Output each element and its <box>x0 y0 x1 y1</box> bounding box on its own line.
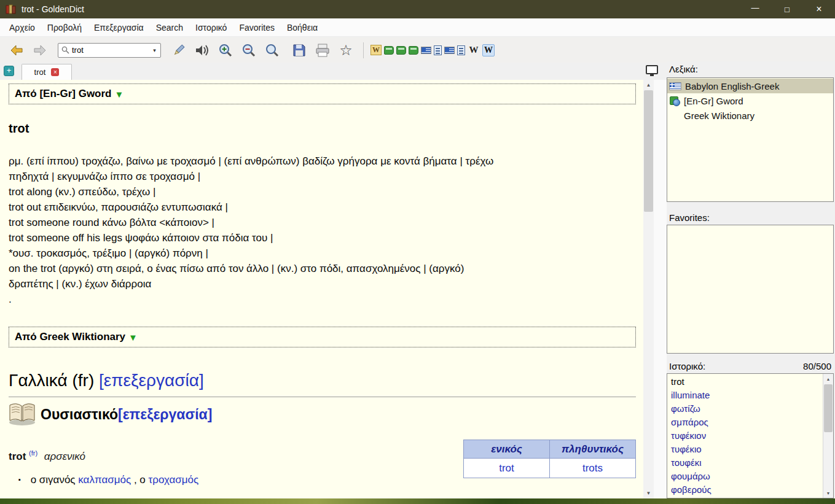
sense-link-trochasmos[interactable]: τροχασμός <box>149 474 199 486</box>
titlebar: trot - GoldenDict — □ × <box>0 0 835 18</box>
dictbar-blue-page-icon-1[interactable] <box>434 45 442 55</box>
dictbar-blue-page-icon-2[interactable] <box>457 45 465 55</box>
search-dropdown-button[interactable]: ▾ <box>150 44 159 56</box>
zoom-in-icon <box>218 43 233 58</box>
app-book-icon[interactable] <box>6 4 17 14</box>
search-combo: ▾ <box>58 43 161 58</box>
forward-button[interactable] <box>29 41 50 60</box>
scan-popup-button[interactable] <box>168 41 189 60</box>
search-input[interactable] <box>72 45 147 55</box>
zoom-out-button[interactable] <box>238 41 259 60</box>
wand-icon <box>171 43 186 58</box>
maximize-icon: □ <box>785 5 790 14</box>
pos-edit-link[interactable]: [επεξεργασία] <box>118 406 212 422</box>
history-item[interactable]: τουφέκι <box>667 456 833 470</box>
language-heading-text: Γαλλικά (fr) <box>9 371 99 390</box>
sense-item: ▪ ο σιγανός καλπασμός , ο τροχασμός <box>18 474 198 486</box>
gword-book-icon <box>669 96 680 106</box>
menubar: Αρχείο Προβολή Επεξεργασία Search Ιστορι… <box>0 18 835 37</box>
singular-cell-link[interactable]: trot <box>464 459 550 478</box>
language-heading: Γαλλικά (fr) [επεξεργασία] <box>9 371 204 390</box>
history-item[interactable]: illuminate <box>667 389 833 402</box>
dictionary-item-gword[interactable]: [En-Gr] Gword <box>667 93 833 108</box>
scroll-thumb[interactable] <box>644 90 653 212</box>
minimize-button[interactable]: — <box>739 0 771 18</box>
heading-rule <box>9 397 636 397</box>
star-icon: ☆ <box>339 43 353 58</box>
menu-favorites[interactable]: Favorites <box>233 18 281 36</box>
dictbar-w-gold-icon[interactable] <box>370 45 382 55</box>
menu-search[interactable]: Search <box>150 18 189 36</box>
collapse-triangle-icon: ▼ <box>115 90 124 99</box>
history-item[interactable]: φοβερούς <box>667 483 833 497</box>
add-tab-button[interactable]: + <box>4 66 14 76</box>
tab-close-button[interactable]: × <box>51 68 59 76</box>
sense-text: , ο <box>134 474 149 486</box>
zoom-out-icon <box>241 43 256 58</box>
collapse-triangle-icon: ▼ <box>128 333 138 342</box>
dictbar-green-book-icon-1[interactable] <box>384 46 394 55</box>
zoom-reset-button[interactable] <box>262 41 283 60</box>
wiktionary-article-header[interactable]: Από Greek Wiktionary ▼ <box>9 327 636 347</box>
scroll-up-button[interactable]: ▲ <box>643 80 654 90</box>
plural-cell-link[interactable]: trots <box>550 459 636 478</box>
menu-help[interactable]: Βοήθεια <box>281 18 324 36</box>
save-article-button[interactable] <box>289 41 310 60</box>
pronounce-button[interactable] <box>192 41 213 60</box>
add-to-favorites-button[interactable]: ☆ <box>335 41 356 60</box>
history-item[interactable]: τυφέκιον <box>667 429 833 443</box>
dictbar-greek-flag-icon-2[interactable] <box>444 47 455 54</box>
sense-link-kalpasmos[interactable]: καλπασμός <box>78 474 131 486</box>
gword-article-header[interactable]: Από [En-Gr] Gword ▼ <box>9 83 636 104</box>
history-item[interactable]: φωτίζω <box>667 402 833 416</box>
history-scroll-up-button[interactable]: ▲ <box>823 374 833 384</box>
sense-text: ο σιγανός <box>31 474 79 486</box>
back-button[interactable] <box>6 41 27 60</box>
dictionary-item-babylon[interactable]: Babylon English-Greek <box>667 79 833 93</box>
plural-header: πληθυντικός <box>550 440 636 459</box>
dictbar-w-letter-icon[interactable] <box>468 44 480 56</box>
history-item[interactable]: σμπάρος <box>667 416 833 429</box>
wiktionary-header-label: Από Greek Wiktionary <box>15 331 125 343</box>
menu-file[interactable]: Αρχείο <box>3 18 41 36</box>
scroll-down-button[interactable]: ▼ <box>643 488 654 498</box>
forward-arrow-icon <box>33 45 47 56</box>
dictbar-green-book-icon-3[interactable] <box>409 46 418 55</box>
history-scroll-thumb[interactable] <box>824 384 833 432</box>
bullet-icon: ▪ <box>18 476 21 483</box>
dictbar-green-book-icon-2[interactable] <box>396 46 406 55</box>
window-title: trot - GoldenDict <box>22 4 84 14</box>
search-icon <box>61 46 69 54</box>
dictionary-item-wiktionary[interactable]: Greek Wiktionary <box>667 108 833 123</box>
close-button[interactable]: × <box>803 0 835 18</box>
print-button[interactable] <box>312 41 333 60</box>
history-item[interactable]: τυφέκιο <box>667 443 833 456</box>
sidebar: Λεξικά: Babylon English-Greek [En-Gr] Gw… <box>667 61 835 498</box>
dictionary-item-label: [En-Gr] Gword <box>684 96 743 106</box>
zoom-in-button[interactable] <box>215 41 236 60</box>
toolbar-separator <box>363 42 364 58</box>
history-label: Ιστορικό: <box>669 361 705 371</box>
menu-history[interactable]: Ιστορικό <box>189 18 233 36</box>
maximize-button[interactable]: □ <box>771 0 803 18</box>
menu-edit[interactable]: Επεξεργασία <box>88 18 150 36</box>
inflection-table: ενικός πληθυντικός trot trots <box>463 440 636 478</box>
history-scroll-down-button[interactable]: ▼ <box>823 488 833 498</box>
favorites-panel[interactable] <box>667 225 834 354</box>
definition-line: ρμ. (επί ίππου) τροχάζω, βαίνω με τροχασ… <box>9 153 493 169</box>
entry-language-sup-link[interactable]: (fr) <box>29 449 37 457</box>
expand-article-screen-icon[interactable] <box>646 65 658 74</box>
menu-view[interactable]: Προβολή <box>41 18 88 36</box>
history-item[interactable]: trot <box>667 375 833 389</box>
history-scrollbar[interactable]: ▲ ▼ <box>823 374 833 498</box>
dictbar-w-active-icon[interactable] <box>482 44 495 56</box>
tab-trot[interactable]: trot × <box>22 64 72 80</box>
article-scrollbar[interactable]: ▲ ▼ <box>643 80 654 498</box>
gword-header-label: Από [En-Gr] Gword <box>15 88 112 100</box>
history-item[interactable]: φουμάρω <box>667 470 833 483</box>
pane-splitter[interactable] <box>654 80 667 498</box>
definition-line: on the trot (αργκό) στη σειρά, ο ένας πί… <box>9 261 493 276</box>
language-edit-link[interactable]: [επεξεργασία] <box>99 371 204 390</box>
dictbar-greek-flag-icon-1[interactable] <box>421 47 431 54</box>
definition-line: . <box>9 292 493 307</box>
